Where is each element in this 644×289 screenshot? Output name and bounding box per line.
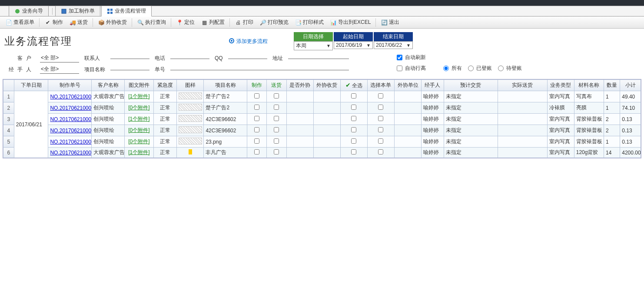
make-cb[interactable] (247, 102, 267, 114)
col-qty[interactable]: 数量 (604, 80, 620, 91)
col-select-this[interactable]: 选择本单 (367, 80, 394, 91)
selectall-cb[interactable] (340, 148, 367, 158)
selectall-cb[interactable] (340, 125, 367, 136)
make-cb[interactable] (247, 125, 267, 136)
add-flow-link[interactable]: 添加更多流程 (229, 38, 268, 45)
deliver-cb[interactable] (267, 148, 287, 158)
col-customer[interactable]: 客户名称 (91, 80, 125, 91)
col-outsource-unit[interactable]: 外协单位 (394, 80, 421, 91)
print-style-button[interactable]: 📑打印样式 (292, 18, 326, 27)
print-preview-button[interactable]: 🔎打印预览 (257, 18, 291, 27)
make-cb[interactable] (247, 136, 267, 148)
col-deliver[interactable]: 送货 (267, 80, 287, 91)
col-urgency[interactable]: 紧急度 (153, 80, 177, 91)
tab-wizard[interactable]: 业务向导 (9, 6, 49, 16)
table-row[interactable]: 12017/06/21NO.201706210006大观蓉发广告[1个附件]正常… (3, 91, 641, 102)
radio-pending[interactable] (498, 66, 504, 71)
col-attachment[interactable]: 图文附件 (125, 80, 153, 91)
locate-button[interactable]: 📍定位 (173, 18, 197, 27)
tab-workflow[interactable]: 业务流程管理 (101, 6, 152, 16)
contact-input[interactable] (110, 58, 149, 59)
col-project[interactable]: 项目名称 (204, 80, 247, 91)
attachment-cell[interactable]: [0个附件] (125, 125, 153, 136)
customer-input[interactable]: <全 部> (40, 54, 79, 62)
thumb-cell[interactable] (177, 91, 204, 102)
table-row[interactable]: 6NO.201706210001大观蓉发广告[1个附件]正常非凡广告喻婷婷未指定… (3, 148, 641, 158)
col-outsource[interactable]: 是否外协 (286, 80, 313, 91)
col-biz-type[interactable]: 业务类型 (547, 80, 574, 91)
date-range-select[interactable]: 本周▼ (294, 41, 333, 50)
deliver-cb[interactable] (267, 114, 287, 125)
deliver-cb[interactable] (267, 102, 287, 114)
attachment-cell[interactable]: [1个附件] (125, 91, 153, 102)
col-outsource-receive[interactable]: 外协收货 (313, 80, 340, 91)
order-no-cell[interactable]: NO.201706210002 (48, 136, 91, 148)
order-no-cell[interactable]: NO.201706210003 (48, 125, 91, 136)
selectthis-cb[interactable] (367, 148, 394, 158)
make-cb[interactable] (247, 148, 267, 158)
thumb-cell[interactable] (177, 136, 204, 148)
make-cb[interactable] (247, 114, 267, 125)
col-make[interactable]: 制作 (247, 80, 267, 91)
auto-rowheight-checkbox[interactable] (397, 66, 402, 71)
selectthis-cb[interactable] (367, 125, 394, 136)
col-subtotal[interactable]: 小计 (620, 80, 641, 91)
attachment-cell[interactable]: [1个附件] (125, 148, 153, 158)
selectall-cb[interactable] (340, 114, 367, 125)
col-actual-deliver[interactable]: 实际送货 (498, 80, 547, 91)
order-input[interactable] (170, 69, 349, 70)
print-button[interactable]: 🖨打印 (232, 18, 256, 27)
make-cb[interactable] (247, 91, 267, 102)
end-date-input[interactable]: 2017/06/22▼ (374, 41, 413, 49)
col-handler[interactable]: 经手人 (422, 80, 444, 91)
table-row[interactable]: 4NO.201706210003创兴喷绘[0个附件]正常42C3E96602喻婷… (3, 125, 641, 136)
handler-input[interactable]: <全 部> (40, 65, 79, 74)
selectall-cb[interactable] (340, 91, 367, 102)
radio-posted[interactable] (468, 66, 474, 71)
deliver-cb[interactable] (267, 136, 287, 148)
address-input[interactable] (288, 58, 349, 59)
selectall-cb[interactable] (340, 102, 367, 114)
outsource-receive-button[interactable]: 📦外协收货 (95, 18, 129, 27)
selectthis-cb[interactable] (367, 102, 394, 114)
selectthis-cb[interactable] (367, 114, 394, 125)
col-order-no[interactable]: 制作单号 (48, 80, 91, 91)
query-button[interactable]: 🔍执行查询 (134, 18, 169, 27)
start-date-input[interactable]: 2017/06/19▼ (334, 41, 373, 49)
phone-input[interactable] (170, 58, 209, 59)
view-original-button[interactable]: 📄查看原单 (3, 18, 37, 27)
column-config-button[interactable]: ▦列配置 (198, 18, 227, 27)
project-input[interactable] (110, 69, 149, 70)
col-sample[interactable]: 图样 (177, 80, 204, 91)
deliver-cb[interactable] (267, 91, 287, 102)
order-no-cell[interactable]: NO.201706210001 (48, 148, 91, 158)
deliver-button[interactable]: 🚚送货 (66, 18, 90, 27)
exit-button[interactable]: 🔄退出 (378, 18, 402, 27)
qq-input[interactable] (228, 58, 267, 59)
attachment-cell[interactable]: [1个附件] (125, 114, 153, 125)
order-no-cell[interactable]: NO.201706210005 (48, 102, 91, 114)
attachment-cell[interactable]: [0个附件] (125, 102, 153, 114)
thumb-cell[interactable] (177, 125, 204, 136)
attachment-cell[interactable]: [0个附件] (125, 136, 153, 148)
auto-refresh-checkbox[interactable] (397, 55, 402, 60)
selectthis-cb[interactable] (367, 136, 394, 148)
selectthis-cb[interactable] (367, 91, 394, 102)
order-no-cell[interactable]: NO.201706210006 (48, 91, 91, 102)
export-excel-button[interactable]: 📊导出到EXCEL (327, 18, 373, 27)
thumb-cell[interactable] (177, 114, 204, 125)
thumb-cell[interactable] (177, 148, 204, 158)
table-row[interactable]: 3NO.201706210004创兴喷绘[1个附件]正常42C3E96602喻婷… (3, 114, 641, 125)
selectall-cb[interactable] (340, 136, 367, 148)
thumb-cell[interactable] (177, 102, 204, 114)
table-row[interactable]: 5NO.201706210002创兴喷绘[0个附件]正常23.png喻婷婷未指定… (3, 136, 641, 148)
order-no-cell[interactable]: NO.201706210004 (48, 114, 91, 125)
col-due[interactable]: 预计交货 (444, 80, 498, 91)
deliver-cb[interactable] (267, 125, 287, 136)
table-row[interactable]: 2NO.201706210005创兴喷绘[0个附件]正常楚子广告2喻婷婷未指定冷… (3, 102, 641, 114)
tab-doc[interactable]: 加工制作单 (55, 6, 100, 16)
radio-all[interactable] (443, 66, 449, 71)
make-button[interactable]: ✔制作 (42, 18, 66, 27)
col-selectall[interactable]: ✔ 全选 (340, 80, 367, 91)
col-order-date[interactable]: 下单日期 (14, 80, 48, 91)
